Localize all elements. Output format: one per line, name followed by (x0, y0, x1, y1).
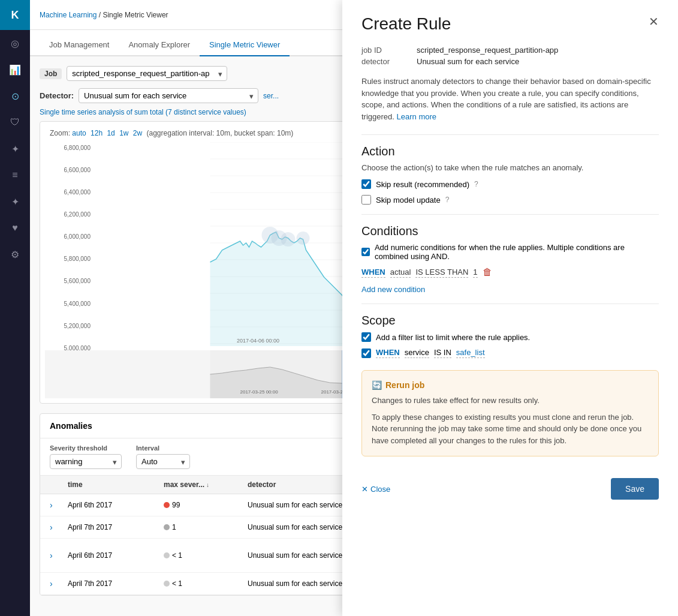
skip-result-checkbox[interactable] (361, 179, 371, 189)
skip-result-help-icon[interactable]: ? (474, 180, 478, 188)
kibana-logo[interactable]: K (0, 0, 30, 30)
severity-value-2: < 1 (172, 551, 182, 560)
close-x-button[interactable]: ✕ (649, 14, 659, 29)
scope-op-label[interactable]: IS IN (434, 348, 451, 358)
conditions-checkbox[interactable] (361, 247, 370, 257)
sidebar-icon-dev[interactable]: ✦ (3, 190, 27, 214)
scope-checkbox-row-1: Add a filter list to limit where the rul… (361, 332, 659, 342)
zoom-12h[interactable]: 12h (91, 129, 103, 137)
severity-select[interactable]: warning (50, 454, 122, 469)
severity-value-0: 99 (172, 501, 180, 509)
expand-btn-3[interactable]: › (50, 579, 68, 588)
interval-select-wrapper: Auto (136, 454, 190, 469)
zoom-auto[interactable]: auto (72, 129, 86, 137)
sidebar-icon-list[interactable]: ≡ (3, 163, 27, 187)
condition-row-1: WHEN actual IS LESS THAN 1 🗑 (361, 267, 659, 278)
row-2-detector: Unusual sum for each service (248, 551, 343, 560)
row-1-detector: Unusual sum for each service (248, 523, 343, 531)
col-time[interactable]: time (68, 480, 164, 489)
row-3-time: April 7th 2017 (68, 579, 164, 588)
rerun-title-text: Rerun job (385, 380, 424, 390)
scope-field-label[interactable]: service (405, 348, 429, 358)
expand-btn-0[interactable]: › (50, 500, 68, 510)
job-badge: Job (40, 68, 62, 79)
interval-select[interactable]: Auto (136, 454, 190, 469)
svg-text:2017-03-25 00:00: 2017-03-25 00:00 (240, 389, 279, 395)
sidebar: K ◎ 📊 ⊙ 🛡 ✦ ≡ ✦ ♥ ⚙ (0, 0, 30, 616)
skip-model-help-icon[interactable]: ? (445, 196, 450, 204)
is-less-than[interactable]: IS LESS THAN (415, 268, 468, 278)
close-button[interactable]: ✕ Close (361, 485, 390, 494)
interval-filter-group: Interval Auto (136, 444, 190, 469)
job-select-wrapper: scripted_response_request_partition-ap (67, 66, 227, 81)
sidebar-icon-graph[interactable]: ✦ (3, 137, 27, 161)
scope-when-label: WHEN (376, 348, 400, 358)
overlay-header: Create Rule ✕ (361, 14, 659, 34)
zoom-2w[interactable]: 2w (133, 129, 142, 137)
expand-btn-1[interactable]: › (50, 522, 68, 532)
detector-key: detector (361, 57, 409, 66)
breadcrumb: Machine Learning / Single Metric Viewer (40, 11, 168, 19)
scope-title: Scope (361, 314, 659, 327)
save-button[interactable]: Save (611, 478, 659, 500)
severity-dot-3 (164, 581, 170, 587)
col-expand (50, 480, 68, 489)
tab-job-management[interactable]: Job Management (40, 34, 119, 56)
conditions-title: Conditions (361, 224, 659, 238)
row-0-detector: Unusual sum for each service (248, 501, 343, 509)
sidebar-icon-discover[interactable]: ◎ (3, 31, 27, 55)
col-detector[interactable]: detector (248, 480, 343, 489)
sidebar-icon-settings[interactable]: ⚙ (3, 242, 27, 266)
sidebar-icon-ml[interactable]: ⊙ (3, 84, 27, 108)
zoom-label: Zoom: (50, 129, 70, 137)
severity-dot-0 (164, 502, 170, 508)
col-severity[interactable]: max sever... ↓ (164, 480, 248, 489)
detector-select[interactable]: Unusual sum for each service (79, 88, 258, 103)
severity-filter-group: Severity threshold warning (50, 444, 122, 469)
zoom-1d[interactable]: 1d (107, 129, 114, 137)
svg-point-40 (281, 232, 296, 247)
actual-field[interactable]: actual (390, 268, 411, 278)
scope-val-label[interactable]: safe_list (456, 348, 485, 358)
action-subtitle: Choose the action(s) to take when the ru… (361, 163, 659, 172)
severity-dot-1 (164, 524, 170, 530)
conditions-subtitle: Add numeric conditions for when the rule… (375, 243, 659, 261)
rerun-box: 🔄 Rerun job Changes to rules take effect… (361, 370, 659, 456)
series-detail: (7 distinct service values) (165, 108, 246, 116)
delete-condition-button[interactable]: 🗑 (483, 267, 492, 278)
create-rule-panel: Create Rule ✕ job ID scripted_response_r… (342, 0, 678, 616)
sidebar-icon-monitoring[interactable]: ♥ (3, 216, 27, 240)
job-select[interactable]: scripted_response_request_partition-ap (67, 66, 227, 81)
scope-checkbox-1[interactable] (361, 332, 371, 342)
skip-result-label: Skip result (recommended) (376, 180, 469, 189)
breadcrumb-ml-link[interactable]: Machine Learning (40, 11, 97, 19)
sidebar-icon-visualize[interactable]: 📊 (3, 58, 27, 82)
zoom-1w[interactable]: 1w (119, 129, 128, 137)
row-0-time: April 6th 2017 (68, 501, 164, 509)
meta-grid: job ID scripted_response_request_partiti… (361, 46, 659, 66)
add-condition-button[interactable]: Add new condition (361, 285, 425, 294)
scope-checkbox-2[interactable] (361, 348, 371, 358)
when-label: WHEN (361, 268, 385, 278)
skip-model-checkbox[interactable] (361, 195, 371, 205)
detector-val: Unusual sum for each service (417, 57, 659, 66)
series-count: ser... (263, 92, 279, 100)
row-0-severity: 99 (164, 501, 248, 509)
divider-1 (361, 134, 659, 135)
close-label: Close (370, 485, 390, 494)
learn-more-link[interactable]: Learn more (397, 112, 436, 121)
expand-btn-2[interactable]: › (50, 551, 68, 560)
panel-title: Create Rule (361, 14, 451, 34)
scope-condition-row: WHEN service IS IN safe_list (361, 348, 659, 358)
sidebar-icon-shield[interactable]: 🛡 (3, 110, 27, 134)
rerun-body: Changes to rules take effect for new res… (372, 395, 649, 446)
svg-text:2017-04-06 00:00: 2017-04-06 00:00 (237, 338, 279, 344)
condition-value[interactable]: 1 (473, 268, 477, 278)
skip-model-label: Skip model update (376, 196, 441, 205)
rerun-detail: To apply these changes to existing resul… (372, 411, 649, 447)
row-1-time: April 7th 2017 (68, 523, 164, 531)
tab-single-metric-viewer[interactable]: Single Metric Viewer (200, 34, 290, 56)
tab-anomaly-explorer[interactable]: Anomaly Explorer (119, 34, 200, 56)
severity-dot-2 (164, 552, 170, 558)
row-2-time: April 6th 2017 (68, 551, 164, 560)
